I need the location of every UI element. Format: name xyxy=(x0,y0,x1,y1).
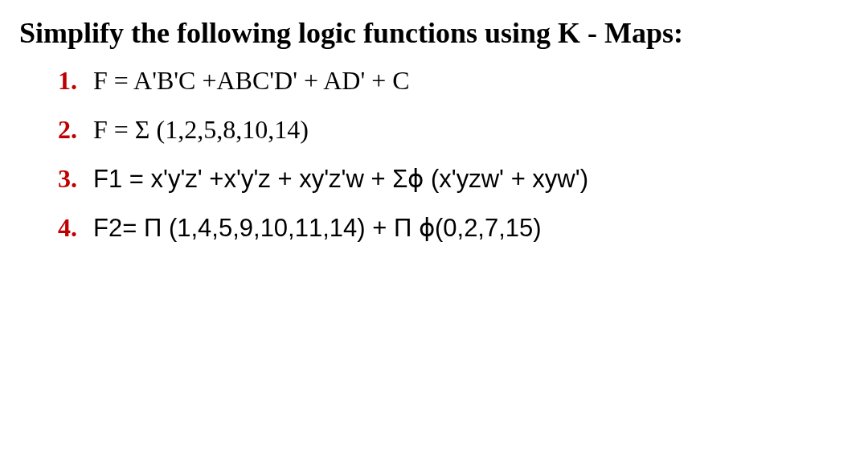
item-text: F2= Π (1,4,5,9,10,11,14) + Π ϕ(0,2,7,15) xyxy=(93,213,542,243)
list-item: 3. F1 = x'y'z' +x'y'z + xy'z'w + Σϕ (x'y… xyxy=(58,164,849,194)
list-item: 2. F = Σ (1,2,5,8,10,14) xyxy=(58,115,849,145)
item-text: F = Σ (1,2,5,8,10,14) xyxy=(93,115,309,145)
list-item: 1. F = A'B'C +ABC'D' + AD' + C xyxy=(58,66,849,96)
problem-list: 1. F = A'B'C +ABC'D' + AD' + C 2. F = Σ … xyxy=(19,66,849,243)
item-text: F = A'B'C +ABC'D' + AD' + C xyxy=(93,66,410,96)
item-number: 1. xyxy=(58,66,93,96)
item-number: 4. xyxy=(58,213,93,243)
page-title: Simplify the following logic functions u… xyxy=(19,16,849,50)
list-item: 4. F2= Π (1,4,5,9,10,11,14) + Π ϕ(0,2,7,… xyxy=(58,213,849,243)
item-text: F1 = x'y'z' +x'y'z + xy'z'w + Σϕ (x'yzw'… xyxy=(93,164,588,194)
item-number: 2. xyxy=(58,115,93,145)
item-number: 3. xyxy=(58,164,93,194)
